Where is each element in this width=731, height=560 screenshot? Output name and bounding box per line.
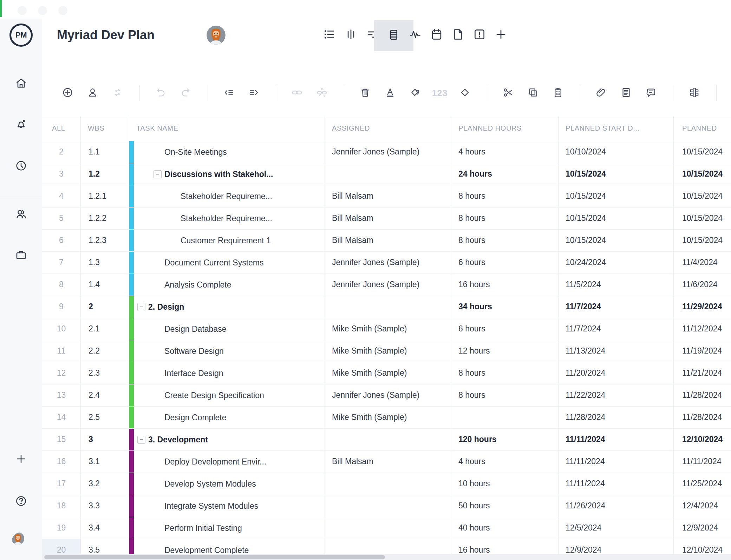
planned-start-cell[interactable]: 10/15/2024 (559, 163, 674, 185)
row-number[interactable]: 5 (42, 207, 81, 229)
paste-button[interactable] (549, 85, 567, 101)
task-name-cell[interactable]: −Document Current Systems (129, 252, 325, 274)
planned-hours-cell[interactable]: 16 hours (451, 274, 559, 296)
assigned-cell[interactable]: Mike Smith (Sample) (325, 318, 451, 340)
row-number[interactable]: 13 (42, 384, 81, 406)
task-name-cell[interactable]: −Stakeholder Requireme... (129, 185, 325, 207)
more-partial-button[interactable] (728, 85, 731, 101)
planned-end-cell[interactable]: 11/4/2024 (674, 252, 731, 274)
planned-hours-cell[interactable]: 40 hours (451, 517, 559, 539)
planned-start-cell[interactable]: 11/11/2024 (559, 429, 674, 450)
wbs-cell[interactable]: 1.2.3 (81, 230, 129, 251)
delete-button[interactable] (356, 85, 374, 101)
planned-end-cell[interactable]: 11/29/2024 (674, 296, 731, 318)
row-number[interactable]: 11 (42, 340, 81, 362)
task-name-cell[interactable]: −Customer Requirement 1 (129, 230, 325, 251)
planned-hours-cell[interactable]: 50 hours (451, 495, 559, 517)
sidebar-item-notifications[interactable] (15, 118, 27, 131)
table-row[interactable]: 61.2.3−Customer Requirement 1Bill Malsam… (42, 230, 731, 252)
text-color-button[interactable] (381, 85, 399, 101)
planned-start-cell[interactable]: 11/11/2024 (559, 473, 674, 495)
fill-color-button[interactable] (406, 85, 424, 101)
planned-start-cell[interactable]: 11/7/2024 (559, 318, 674, 340)
task-name-cell[interactable]: −Discussions with Stakehol... (129, 163, 325, 185)
wbs-cell[interactable]: 3.4 (81, 517, 129, 539)
column-header-all[interactable]: ALL (42, 116, 81, 141)
table-row[interactable]: 102.1−Design DatabaseMike Smith (Sample)… (42, 318, 731, 340)
task-name-cell[interactable]: −Create Design Specification (129, 384, 325, 406)
planned-start-cell[interactable]: 10/15/2024 (559, 230, 674, 251)
row-number[interactable]: 6 (42, 230, 81, 251)
wbs-cell[interactable]: 1.1 (81, 141, 129, 163)
table-row[interactable]: 112.2−Software DesignMike Smith (Sample)… (42, 340, 731, 362)
table-row[interactable]: 92−2. Design34 hours11/7/202411/29/2024 (42, 296, 731, 318)
columns-button[interactable] (685, 85, 703, 101)
planned-end-cell[interactable]: 10/15/2024 (674, 207, 731, 229)
undo-button[interactable] (151, 85, 170, 101)
planned-end-cell[interactable]: 10/15/2024 (674, 230, 731, 251)
assigned-cell[interactable]: Bill Malsam (325, 230, 451, 251)
planned-start-cell[interactable]: 11/11/2024 (559, 451, 674, 473)
row-number[interactable]: 3 (42, 163, 81, 185)
wbs-cell[interactable]: 2.5 (81, 407, 129, 428)
sidebar-item-home[interactable] (15, 77, 27, 90)
cut-button[interactable] (499, 85, 517, 101)
link-task-button[interactable] (288, 85, 306, 101)
indent-button[interactable] (244, 85, 263, 101)
row-number[interactable]: 9 (42, 296, 81, 318)
table-row[interactable]: 81.4−Analysis CompleteJennifer Jones (Sa… (42, 274, 731, 296)
planned-hours-cell[interactable]: 24 hours (451, 163, 559, 185)
assigned-cell[interactable] (325, 296, 451, 318)
planned-end-cell[interactable]: 11/19/2024 (674, 340, 731, 362)
planned-end-cell[interactable]: 10/15/2024 (674, 163, 731, 185)
column-header-planned-start[interactable]: PLANNED START D... (559, 116, 674, 141)
planned-hours-cell[interactable]: 4 hours (451, 141, 559, 163)
planned-start-cell[interactable]: 11/20/2024 (559, 362, 674, 384)
planned-hours-cell[interactable]: 4 hours (451, 451, 559, 473)
task-name-cell[interactable]: −Software Design (129, 340, 325, 362)
row-number[interactable]: 10 (42, 318, 81, 340)
wbs-cell[interactable]: 3 (81, 429, 129, 450)
planned-end-cell[interactable]: 10/15/2024 (674, 141, 731, 163)
notes-button[interactable] (617, 85, 635, 101)
row-number[interactable]: 19 (42, 517, 81, 539)
row-number[interactable]: 2 (42, 141, 81, 163)
planned-start-cell[interactable]: 11/26/2024 (559, 495, 674, 517)
task-name-cell[interactable]: −Perform Initial Testing (129, 517, 325, 539)
row-number[interactable]: 18 (42, 495, 81, 517)
planned-hours-cell[interactable]: 10 hours (451, 473, 559, 495)
planned-end-cell[interactable]: 12/4/2024 (674, 495, 731, 517)
wbs-cell[interactable]: 3.2 (81, 473, 129, 495)
table-row[interactable]: 132.4−Create Design SpecificationJennife… (42, 384, 731, 407)
row-number[interactable]: 17 (42, 473, 81, 495)
assigned-cell[interactable]: Bill Malsam (325, 207, 451, 229)
planned-start-cell[interactable]: 10/15/2024 (559, 207, 674, 229)
table-row[interactable]: 153−3. Development120 hours11/11/202412/… (42, 429, 731, 451)
row-number[interactable]: 7 (42, 252, 81, 274)
assigned-cell[interactable] (325, 429, 451, 450)
column-header-planned-end[interactable]: PLANNED (674, 116, 731, 141)
comment-button[interactable] (642, 85, 660, 101)
tab-alerts-view[interactable] (470, 19, 489, 51)
milestone-button[interactable] (456, 85, 474, 101)
task-name-cell[interactable]: −2. Design (129, 296, 325, 318)
wbs-cell[interactable]: 2.2 (81, 340, 129, 362)
task-name-cell[interactable]: −Design Complete (129, 407, 325, 428)
table-row[interactable]: 41.2.1−Stakeholder Requireme...Bill Mals… (42, 185, 731, 207)
wbs-cell[interactable]: 2.1 (81, 318, 129, 340)
assigned-cell[interactable] (325, 495, 451, 517)
assigned-cell[interactable] (325, 163, 451, 185)
sidebar-item-add[interactable] (15, 453, 27, 465)
task-name-cell[interactable]: −Develop System Modules (129, 473, 325, 495)
planned-hours-cell[interactable]: 8 hours (451, 362, 559, 384)
column-header-wbs[interactable]: WBS (81, 116, 129, 141)
horizontal-scrollbar-thumb[interactable] (44, 555, 385, 559)
planned-hours-cell[interactable]: 8 hours (451, 230, 559, 251)
table-row[interactable]: 21.1−On-Site MeetingsJennifer Jones (Sam… (42, 141, 731, 163)
unlink-task-button[interactable] (313, 85, 331, 101)
wbs-cell[interactable]: 1.4 (81, 274, 129, 296)
planned-hours-cell[interactable]: 34 hours (451, 296, 559, 318)
sidebar-item-help[interactable] (15, 495, 27, 507)
planned-end-cell[interactable]: 12/10/2024 (674, 429, 731, 450)
planned-hours-cell[interactable]: 6 hours (451, 318, 559, 340)
